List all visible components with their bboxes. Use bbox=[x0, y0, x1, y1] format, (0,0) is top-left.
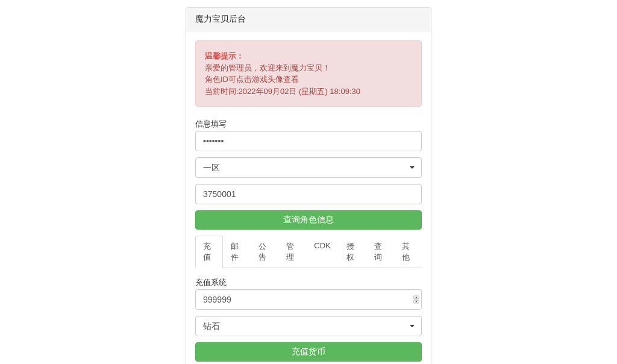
role-id-input[interactable] bbox=[195, 184, 422, 204]
tab-label[interactable]: 管理 bbox=[278, 236, 306, 268]
alert-box: 温馨提示： 亲爱的管理员，欢迎来到魔力宝贝！ 角色ID可点击游戏头像查看 当前时… bbox=[195, 40, 422, 107]
main-panel: 魔力宝贝后台 温馨提示： 亲爱的管理员，欢迎来到魔力宝贝！ 角色ID可点击游戏头… bbox=[186, 7, 431, 364]
info-label: 信息填写 bbox=[195, 119, 422, 130]
tab-7[interactable]: 其他 bbox=[394, 236, 422, 268]
alert-line2: 角色ID可点击游戏头像查看 bbox=[205, 75, 299, 84]
tab-2[interactable]: 公告 bbox=[251, 236, 278, 268]
zone-select[interactable]: 一区 bbox=[195, 157, 422, 178]
tab-6[interactable]: 查询 bbox=[366, 236, 394, 268]
panel-body: 温馨提示： 亲爱的管理员，欢迎来到魔力宝贝！ 角色ID可点击游戏头像查看 当前时… bbox=[186, 31, 431, 364]
tab-bar: 充值邮件公告管理CDK授权查询其他 bbox=[195, 236, 422, 268]
tab-label[interactable]: 公告 bbox=[251, 236, 278, 268]
tab-1[interactable]: 邮件 bbox=[223, 236, 251, 268]
tab-0[interactable]: 充值 bbox=[195, 236, 223, 268]
tab-4[interactable]: CDK bbox=[306, 236, 338, 268]
currency-select[interactable]: 钻石 bbox=[195, 316, 422, 336]
alert-heading: 温馨提示： bbox=[205, 51, 244, 60]
amount-input[interactable] bbox=[195, 289, 422, 310]
tab-label[interactable]: CDK bbox=[306, 236, 338, 256]
recharge-currency-button[interactable]: 充值货币 bbox=[195, 342, 422, 362]
panel-title: 魔力宝贝后台 bbox=[186, 8, 431, 31]
tab-label[interactable]: 查询 bbox=[366, 236, 394, 268]
alert-line3: 当前时间:2022年09月02日 (星期五) 18:09:30 bbox=[205, 87, 360, 96]
alert-line1: 亲爱的管理员，欢迎来到魔力宝贝！ bbox=[205, 63, 330, 72]
tab-5[interactable]: 授权 bbox=[339, 236, 366, 268]
tab-label[interactable]: 其他 bbox=[394, 236, 422, 268]
tab-label[interactable]: 邮件 bbox=[223, 236, 251, 268]
password-input[interactable] bbox=[195, 131, 422, 151]
recharge-system-label: 充值系统 bbox=[195, 277, 422, 288]
tab-label[interactable]: 授权 bbox=[339, 236, 366, 268]
query-role-button[interactable]: 查询角色信息 bbox=[195, 210, 422, 230]
tab-3[interactable]: 管理 bbox=[278, 236, 306, 268]
tab-label[interactable]: 充值 bbox=[195, 236, 223, 268]
